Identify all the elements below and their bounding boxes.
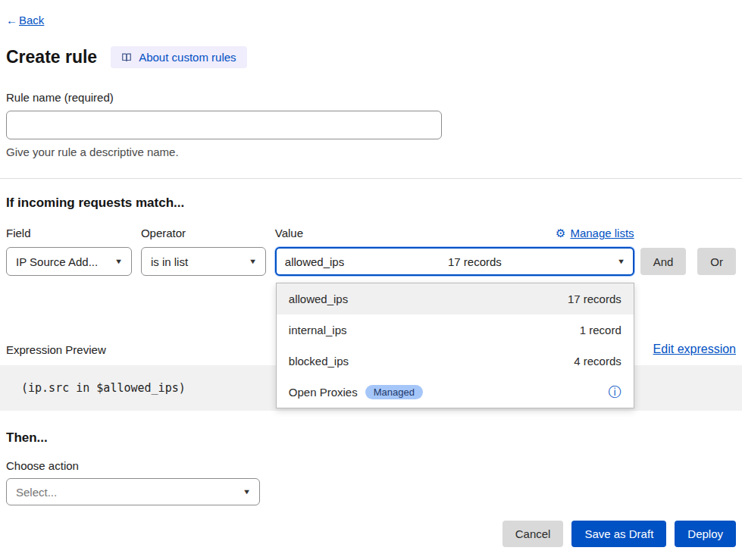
field-select[interactable]: IP Source Add... ▼ xyxy=(6,247,132,276)
list-option-internal-ips[interactable]: internal_ips 1 record xyxy=(277,314,634,346)
list-option-open-proxies[interactable]: Open Proxies Managed ⓘ xyxy=(277,377,634,408)
create-rule-page: ← Back Create rule About custom rules Ru… xyxy=(0,0,742,547)
rule-name-label: Rule name (required) xyxy=(6,91,736,104)
info-icon[interactable]: ⓘ xyxy=(609,386,621,399)
option-records: 1 record xyxy=(580,324,621,336)
operator-select[interactable]: is in list ▼ xyxy=(141,247,266,276)
expression-code: (ip.src in $allowed_ips) xyxy=(21,381,186,395)
list-option-blocked-ips[interactable]: blocked_ips 4 records xyxy=(277,346,634,377)
and-or-buttons: And Or xyxy=(640,248,736,275)
chevron-down-icon: ▼ xyxy=(114,258,123,265)
match-controls-row: Field IP Source Add... ▼ Operator is in … xyxy=(6,226,736,276)
operator-column: Operator is in list ▼ xyxy=(141,226,266,276)
value-select-selected: allowed_ips xyxy=(285,255,344,268)
title-row: Create rule About custom rules xyxy=(6,46,736,68)
footer-actions: Cancel Save as Draft Deploy xyxy=(6,521,736,547)
field-column: Field IP Source Add... ▼ xyxy=(6,226,132,276)
back-row: ← Back xyxy=(6,0,736,27)
edit-expression-link[interactable]: Edit expression xyxy=(653,343,736,356)
or-button[interactable]: Or xyxy=(697,248,736,275)
section-divider xyxy=(0,178,742,179)
operator-select-value: is in list xyxy=(151,255,188,268)
manage-lists-link[interactable]: ⚙ Manage lists xyxy=(556,227,634,240)
save-as-draft-button[interactable]: Save as Draft xyxy=(571,521,666,547)
expression-preview-label: Expression Preview xyxy=(6,343,106,356)
field-select-value: IP Source Add... xyxy=(16,255,98,268)
book-icon xyxy=(121,52,132,63)
option-name: allowed_ips xyxy=(289,293,348,305)
action-select[interactable]: Select... ▼ xyxy=(6,478,260,505)
about-custom-rules-link[interactable]: About custom rules xyxy=(111,46,246,68)
field-label: Field xyxy=(6,227,31,239)
about-custom-rules-label: About custom rules xyxy=(139,51,236,64)
and-button[interactable]: And xyxy=(640,248,687,275)
option-records: 17 records xyxy=(568,293,621,305)
rule-name-helper: Give your rule a descriptive name. xyxy=(6,145,736,158)
chevron-down-icon: ▼ xyxy=(617,258,625,265)
managed-badge: Managed xyxy=(365,385,423,399)
deploy-button[interactable]: Deploy xyxy=(675,521,736,547)
back-arrow-icon: ← xyxy=(6,14,17,27)
rule-name-input[interactable] xyxy=(6,111,442,139)
chevron-down-icon: ▼ xyxy=(243,488,251,496)
then-heading: Then... xyxy=(6,430,736,446)
value-column: Value ⚙ Manage lists allowed_ips 17 reco… xyxy=(275,226,634,276)
back-link[interactable]: Back xyxy=(19,14,44,27)
value-select-records: 17 records xyxy=(448,255,514,268)
chevron-down-icon: ▼ xyxy=(249,258,257,265)
manage-lists-label: Manage lists xyxy=(570,227,634,239)
action-select-placeholder: Select... xyxy=(16,486,57,499)
option-records: 4 records xyxy=(574,355,621,368)
option-name: blocked_ips xyxy=(289,355,349,368)
option-name: Open Proxies xyxy=(289,386,358,399)
value-select[interactable]: allowed_ips 17 records ▼ xyxy=(275,247,634,276)
value-label: Value xyxy=(275,227,303,239)
match-heading: If incoming requests match... xyxy=(6,196,736,211)
option-name: internal_ips xyxy=(289,324,347,336)
page-title: Create rule xyxy=(6,47,97,67)
gear-icon: ⚙ xyxy=(556,227,565,240)
cancel-button[interactable]: Cancel xyxy=(502,521,564,547)
list-dropdown: allowed_ips 17 records internal_ips 1 re… xyxy=(276,283,634,408)
operator-label: Operator xyxy=(141,227,186,239)
choose-action-label: Choose action xyxy=(6,459,736,472)
list-option-allowed-ips[interactable]: allowed_ips 17 records xyxy=(277,283,634,314)
